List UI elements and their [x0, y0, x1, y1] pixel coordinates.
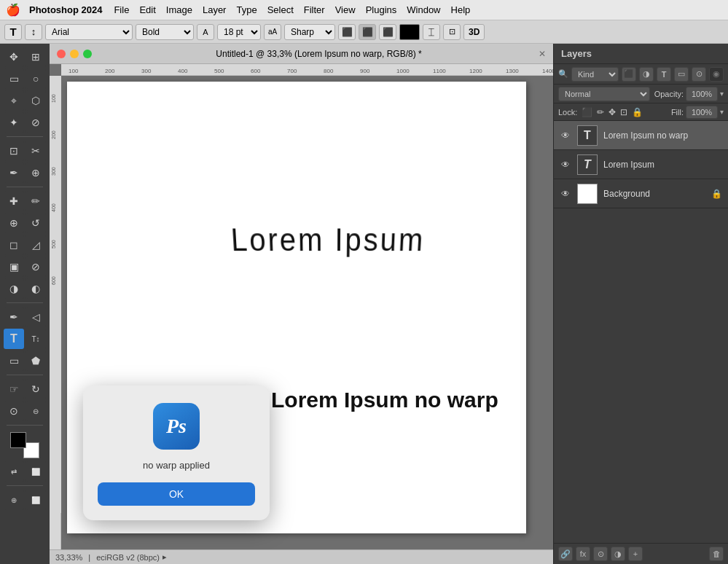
magic-wand-tool[interactable]: ✦ [4, 112, 24, 133]
opacity-input[interactable] [686, 87, 718, 101]
link-layers-btn[interactable]: 🔗 [558, 547, 573, 561]
dodge-tool[interactable]: ◑ [4, 278, 24, 299]
menu-type[interactable]: Type [236, 4, 257, 15]
filter-text-btn[interactable]: T [657, 67, 671, 82]
font-size-select[interactable]: 18 pt [217, 24, 261, 40]
menu-view[interactable]: View [335, 4, 356, 15]
polygonal-lasso-tool[interactable]: ⬡ [26, 90, 46, 111]
font-family-select[interactable]: Arial [45, 24, 133, 40]
bg-eraser-tool[interactable]: ◿ [26, 235, 46, 255]
menu-layer[interactable]: Layer [203, 4, 227, 15]
color-sampler-tool[interactable]: ⊕ [26, 162, 46, 183]
layer-effects-btn[interactable]: fx [576, 547, 590, 561]
menu-file[interactable]: File [114, 4, 129, 15]
delete-layer-btn[interactable]: 🗑 [709, 547, 724, 561]
vertical-text-tool[interactable]: T↕ [26, 329, 46, 349]
text-tool-icon[interactable]: T [4, 24, 22, 40]
ellipse-select-tool[interactable]: ○ [26, 68, 46, 89]
default-colors-icon[interactable]: ⬜ [26, 461, 46, 482]
fill-input[interactable] [686, 106, 718, 119]
layer-visibility-toggle[interactable]: 👁 [560, 159, 571, 171]
menu-filter[interactable]: Filter [304, 4, 325, 15]
svg-text:200: 200 [51, 130, 56, 139]
filter-smart-btn[interactable]: ⊙ [692, 67, 706, 82]
text-color-swatch[interactable] [399, 24, 420, 40]
spot-heal-tool[interactable]: ✚ [4, 191, 24, 211]
document-close-btn[interactable]: ✕ [539, 49, 546, 59]
path-select-tool[interactable]: ◁ [26, 307, 46, 327]
filter-pixel-btn[interactable]: ⬛ [622, 67, 636, 82]
slice-tool[interactable]: ✂ [26, 141, 46, 161]
menu-image[interactable]: Image [166, 4, 192, 15]
filter-toggle[interactable]: ◉ [709, 67, 724, 82]
swap-colors-icon[interactable]: ⇄ [4, 461, 24, 482]
layer-mask-btn[interactable]: ⊙ [593, 547, 608, 561]
clone-stamp-tool[interactable]: ⊕ [4, 213, 24, 233]
menu-edit[interactable]: Edit [139, 4, 155, 15]
quick-mask-btn[interactable]: ⊕ [4, 490, 24, 510]
layer-filter-select[interactable]: Kind [571, 67, 619, 82]
gradient-tool[interactable]: ▣ [4, 256, 24, 277]
lock-all-icon[interactable]: 🔒 [632, 107, 643, 117]
burn-tool[interactable]: ◐ [26, 278, 46, 299]
align-left-btn[interactable]: ⬛ [338, 24, 356, 40]
new-layer-btn[interactable]: + [628, 547, 643, 561]
screen-mode-btn[interactable]: ⬜ [26, 490, 46, 510]
text-tool[interactable]: T [4, 329, 24, 349]
lock-position-icon[interactable]: ✥ [608, 107, 616, 117]
antialias-select[interactable]: Sharp [284, 24, 335, 40]
apple-menu[interactable]: 🍎 [6, 3, 20, 17]
layer-item[interactable]: 👁 Background 🔒 [554, 179, 728, 208]
rotate-view-tool[interactable]: ↻ [26, 379, 46, 399]
3d-btn[interactable]: 3D [463, 24, 485, 40]
blend-mode-select[interactable]: Normal [558, 87, 650, 101]
lock-transparent-icon[interactable]: ⬛ [582, 107, 592, 117]
quick-select-tool[interactable]: ⊘ [26, 112, 46, 133]
menu-window[interactable]: Window [407, 4, 440, 15]
menu-help[interactable]: Help [451, 4, 471, 15]
text-orient-icon[interactable]: ↕ [25, 24, 42, 40]
foreground-color-swatch[interactable] [10, 432, 26, 448]
window-close-btn[interactable] [57, 50, 66, 58]
layer-item[interactable]: 👁 T Lorem Ipsum no warp [554, 121, 728, 150]
history-brush-tool[interactable]: ↺ [26, 213, 46, 233]
artboard-tool[interactable]: ⊞ [26, 47, 46, 67]
filter-shape-btn[interactable]: ▭ [674, 67, 689, 82]
pen-tool[interactable]: ✒ [4, 307, 24, 327]
lock-artboard-icon[interactable]: ⊡ [620, 107, 627, 117]
baseline-icon[interactable]: ⌶ [423, 24, 440, 40]
opacity-arrow[interactable]: ▾ [720, 90, 724, 98]
font-style-select[interactable]: Bold [136, 24, 194, 40]
layer-thumbnail: T [577, 125, 598, 146]
rect-select-tool[interactable]: ▭ [4, 68, 24, 89]
zoom-out-tool[interactable]: ⊖ [26, 401, 46, 421]
eraser-tool[interactable]: ◻ [4, 235, 24, 255]
align-center-btn[interactable]: ⬛ [359, 24, 376, 40]
lasso-tool[interactable]: ⌖ [4, 90, 24, 111]
eyedropper-tool[interactable]: ✒ [4, 162, 24, 183]
move-tool[interactable]: ✥ [4, 47, 24, 67]
fill-arrow[interactable]: ▾ [720, 108, 724, 116]
hand-tool[interactable]: ☞ [4, 379, 24, 399]
filter-adjustment-btn[interactable]: ◑ [639, 67, 654, 82]
window-minimize-btn[interactable] [70, 50, 79, 58]
color-swatches[interactable] [10, 432, 39, 458]
menu-plugins[interactable]: Plugins [366, 4, 397, 15]
layer-item[interactable]: 👁 T Lorem Ipsum [554, 150, 728, 179]
new-fill-layer-btn[interactable]: ◑ [611, 547, 625, 561]
menu-select[interactable]: Select [267, 4, 294, 15]
layer-visibility-toggle[interactable]: 👁 [560, 188, 571, 200]
brush-tool[interactable]: ✏ [26, 191, 46, 211]
shape-tool[interactable]: ▭ [4, 350, 24, 371]
zoom-tool[interactable]: ⊙ [4, 401, 24, 421]
layer-visibility-toggle[interactable]: 👁 [560, 130, 571, 141]
align-right-btn[interactable]: ⬛ [379, 24, 396, 40]
status-arrow[interactable]: ▸ [163, 552, 167, 562]
dialog-ok-button[interactable]: OK [98, 482, 255, 506]
crop-tool[interactable]: ⊡ [4, 141, 24, 161]
custom-shape-tool[interactable]: ⬟ [26, 350, 46, 371]
paint-bucket-tool[interactable]: ⊘ [26, 256, 46, 277]
lock-image-icon[interactable]: ✏ [597, 107, 604, 117]
window-maximize-btn[interactable] [83, 50, 92, 58]
warp-text-btn[interactable]: ⊡ [443, 24, 461, 40]
